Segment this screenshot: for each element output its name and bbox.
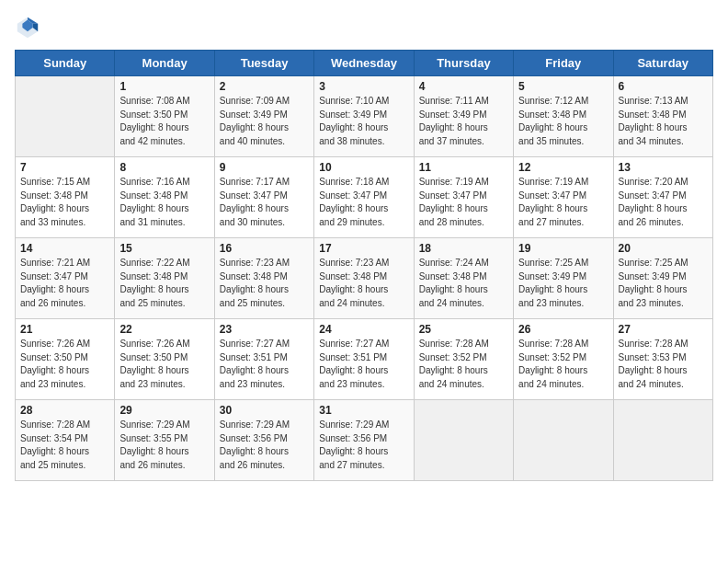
day-number: 15 bbox=[119, 242, 209, 255]
day-number: 5 bbox=[518, 80, 608, 93]
cell-content: Sunrise: 7:22 AM Sunset: 3:48 PM Dayligh… bbox=[119, 257, 209, 310]
calendar-cell: 15Sunrise: 7:22 AM Sunset: 3:48 PM Dayli… bbox=[115, 238, 214, 319]
day-number: 29 bbox=[119, 404, 209, 417]
day-number: 9 bbox=[220, 161, 309, 174]
day-number: 2 bbox=[220, 80, 309, 93]
day-number: 25 bbox=[419, 323, 508, 336]
cell-content: Sunrise: 7:28 AM Sunset: 3:52 PM Dayligh… bbox=[419, 338, 508, 391]
calendar-cell: 11Sunrise: 7:19 AM Sunset: 3:47 PM Dayli… bbox=[414, 157, 513, 238]
cell-content: Sunrise: 7:27 AM Sunset: 3:51 PM Dayligh… bbox=[220, 338, 309, 391]
calendar-cell: 13Sunrise: 7:20 AM Sunset: 3:47 PM Dayli… bbox=[613, 157, 712, 238]
weekday-header-tuesday: Tuesday bbox=[214, 51, 313, 76]
day-number: 13 bbox=[619, 161, 708, 174]
calendar-cell: 8Sunrise: 7:16 AM Sunset: 3:48 PM Daylig… bbox=[115, 157, 214, 238]
calendar-cell: 18Sunrise: 7:24 AM Sunset: 3:48 PM Dayli… bbox=[414, 238, 513, 319]
day-number: 14 bbox=[20, 242, 109, 255]
weekday-header-saturday: Saturday bbox=[613, 51, 712, 76]
weekday-header-monday: Monday bbox=[115, 51, 214, 76]
calendar-cell: 12Sunrise: 7:19 AM Sunset: 3:47 PM Dayli… bbox=[514, 157, 613, 238]
day-number: 6 bbox=[619, 80, 708, 93]
day-number: 18 bbox=[419, 242, 508, 255]
weekday-header-sunday: Sunday bbox=[16, 51, 115, 76]
cell-content: Sunrise: 7:10 AM Sunset: 3:49 PM Dayligh… bbox=[319, 95, 408, 148]
day-number: 24 bbox=[319, 323, 408, 336]
calendar-cell bbox=[514, 400, 613, 481]
calendar-cell bbox=[414, 400, 513, 481]
cell-content: Sunrise: 7:23 AM Sunset: 3:48 PM Dayligh… bbox=[319, 257, 408, 310]
day-number: 8 bbox=[119, 161, 209, 174]
day-number: 28 bbox=[20, 404, 109, 417]
calendar-cell: 28Sunrise: 7:28 AM Sunset: 3:54 PM Dayli… bbox=[16, 400, 115, 481]
calendar-cell: 17Sunrise: 7:23 AM Sunset: 3:48 PM Dayli… bbox=[314, 238, 414, 319]
cell-content: Sunrise: 7:25 AM Sunset: 3:49 PM Dayligh… bbox=[518, 257, 608, 310]
day-number: 19 bbox=[518, 242, 608, 255]
calendar-cell: 30Sunrise: 7:29 AM Sunset: 3:56 PM Dayli… bbox=[214, 400, 313, 481]
calendar-cell bbox=[16, 76, 115, 157]
calendar-cell: 16Sunrise: 7:23 AM Sunset: 3:48 PM Dayli… bbox=[214, 238, 313, 319]
calendar-cell: 4Sunrise: 7:11 AM Sunset: 3:49 PM Daylig… bbox=[414, 76, 513, 157]
weekday-header-wednesday: Wednesday bbox=[314, 51, 414, 76]
cell-content: Sunrise: 7:17 AM Sunset: 3:47 PM Dayligh… bbox=[220, 176, 309, 229]
cell-content: Sunrise: 7:21 AM Sunset: 3:47 PM Dayligh… bbox=[20, 257, 109, 310]
calendar-cell: 20Sunrise: 7:25 AM Sunset: 3:49 PM Dayli… bbox=[613, 238, 712, 319]
day-number: 17 bbox=[319, 242, 408, 255]
calendar-cell: 22Sunrise: 7:26 AM Sunset: 3:50 PM Dayli… bbox=[115, 319, 214, 400]
day-number: 22 bbox=[119, 323, 209, 336]
logo bbox=[15, 15, 44, 40]
cell-content: Sunrise: 7:28 AM Sunset: 3:52 PM Dayligh… bbox=[518, 338, 608, 391]
day-number: 7 bbox=[20, 161, 109, 174]
cell-content: Sunrise: 7:26 AM Sunset: 3:50 PM Dayligh… bbox=[20, 338, 109, 391]
calendar-cell: 29Sunrise: 7:29 AM Sunset: 3:55 PM Dayli… bbox=[115, 400, 214, 481]
calendar-cell: 26Sunrise: 7:28 AM Sunset: 3:52 PM Dayli… bbox=[514, 319, 613, 400]
calendar-cell: 1Sunrise: 7:08 AM Sunset: 3:50 PM Daylig… bbox=[115, 76, 214, 157]
day-number: 12 bbox=[518, 161, 608, 174]
day-number: 20 bbox=[619, 242, 708, 255]
calendar-cell: 6Sunrise: 7:13 AM Sunset: 3:48 PM Daylig… bbox=[613, 76, 712, 157]
calendar-cell: 25Sunrise: 7:28 AM Sunset: 3:52 PM Dayli… bbox=[414, 319, 513, 400]
cell-content: Sunrise: 7:20 AM Sunset: 3:47 PM Dayligh… bbox=[619, 176, 708, 229]
calendar-cell: 27Sunrise: 7:28 AM Sunset: 3:53 PM Dayli… bbox=[613, 319, 712, 400]
day-number: 23 bbox=[220, 323, 309, 336]
weekday-header-friday: Friday bbox=[514, 51, 613, 76]
day-number: 27 bbox=[619, 323, 708, 336]
cell-content: Sunrise: 7:13 AM Sunset: 3:48 PM Dayligh… bbox=[619, 95, 708, 148]
cell-content: Sunrise: 7:29 AM Sunset: 3:55 PM Dayligh… bbox=[119, 419, 209, 472]
day-number: 10 bbox=[319, 161, 408, 174]
cell-content: Sunrise: 7:29 AM Sunset: 3:56 PM Dayligh… bbox=[220, 419, 309, 472]
day-number: 31 bbox=[319, 404, 408, 417]
cell-content: Sunrise: 7:29 AM Sunset: 3:56 PM Dayligh… bbox=[319, 419, 408, 472]
cell-content: Sunrise: 7:28 AM Sunset: 3:54 PM Dayligh… bbox=[20, 419, 109, 472]
calendar-cell bbox=[613, 400, 712, 481]
cell-content: Sunrise: 7:08 AM Sunset: 3:50 PM Dayligh… bbox=[119, 95, 209, 148]
cell-content: Sunrise: 7:09 AM Sunset: 3:49 PM Dayligh… bbox=[220, 95, 309, 148]
calendar-table: SundayMondayTuesdayWednesdayThursdayFrid… bbox=[15, 50, 713, 481]
page-header bbox=[15, 15, 713, 40]
calendar-cell: 3Sunrise: 7:10 AM Sunset: 3:49 PM Daylig… bbox=[314, 76, 414, 157]
cell-content: Sunrise: 7:12 AM Sunset: 3:48 PM Dayligh… bbox=[518, 95, 608, 148]
cell-content: Sunrise: 7:25 AM Sunset: 3:49 PM Dayligh… bbox=[619, 257, 708, 310]
day-number: 26 bbox=[518, 323, 608, 336]
calendar-cell: 21Sunrise: 7:26 AM Sunset: 3:50 PM Dayli… bbox=[16, 319, 115, 400]
cell-content: Sunrise: 7:26 AM Sunset: 3:50 PM Dayligh… bbox=[119, 338, 209, 391]
day-number: 30 bbox=[220, 404, 309, 417]
day-number: 21 bbox=[20, 323, 109, 336]
logo-icon bbox=[15, 15, 40, 40]
calendar-cell: 5Sunrise: 7:12 AM Sunset: 3:48 PM Daylig… bbox=[514, 76, 613, 157]
cell-content: Sunrise: 7:18 AM Sunset: 3:47 PM Dayligh… bbox=[319, 176, 408, 229]
calendar-cell: 2Sunrise: 7:09 AM Sunset: 3:49 PM Daylig… bbox=[214, 76, 313, 157]
day-number: 4 bbox=[419, 80, 508, 93]
calendar-cell: 23Sunrise: 7:27 AM Sunset: 3:51 PM Dayli… bbox=[214, 319, 313, 400]
calendar-cell: 24Sunrise: 7:27 AM Sunset: 3:51 PM Dayli… bbox=[314, 319, 414, 400]
day-number: 3 bbox=[319, 80, 408, 93]
calendar-cell: 14Sunrise: 7:21 AM Sunset: 3:47 PM Dayli… bbox=[16, 238, 115, 319]
calendar-cell: 19Sunrise: 7:25 AM Sunset: 3:49 PM Dayli… bbox=[514, 238, 613, 319]
weekday-header-thursday: Thursday bbox=[414, 51, 513, 76]
cell-content: Sunrise: 7:15 AM Sunset: 3:48 PM Dayligh… bbox=[20, 176, 109, 229]
cell-content: Sunrise: 7:19 AM Sunset: 3:47 PM Dayligh… bbox=[419, 176, 508, 229]
cell-content: Sunrise: 7:28 AM Sunset: 3:53 PM Dayligh… bbox=[619, 338, 708, 391]
calendar-cell: 31Sunrise: 7:29 AM Sunset: 3:56 PM Dayli… bbox=[314, 400, 414, 481]
cell-content: Sunrise: 7:11 AM Sunset: 3:49 PM Dayligh… bbox=[419, 95, 508, 148]
calendar-cell: 7Sunrise: 7:15 AM Sunset: 3:48 PM Daylig… bbox=[16, 157, 115, 238]
cell-content: Sunrise: 7:19 AM Sunset: 3:47 PM Dayligh… bbox=[518, 176, 608, 229]
cell-content: Sunrise: 7:24 AM Sunset: 3:48 PM Dayligh… bbox=[419, 257, 508, 310]
